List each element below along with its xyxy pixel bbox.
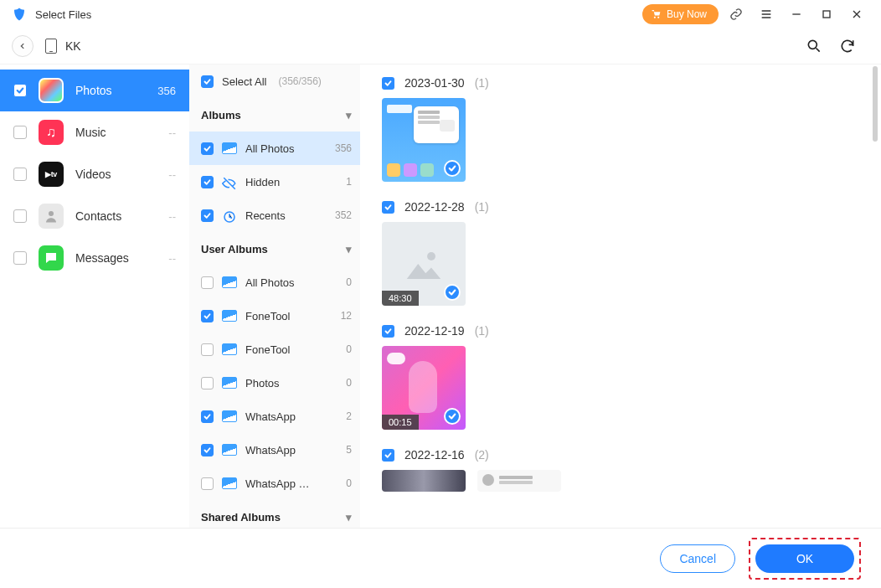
- albums-section-header[interactable]: Albums▾: [189, 98, 360, 132]
- category-contacts[interactable]: Contacts--: [0, 195, 189, 237]
- cancel-button[interactable]: Cancel: [660, 544, 735, 573]
- ok-button[interactable]: OK: [755, 544, 854, 573]
- album-count: 0: [332, 477, 352, 489]
- group-checkbox[interactable]: [382, 201, 394, 214]
- album-checkbox[interactable]: [201, 142, 214, 155]
- album-count: 12: [332, 310, 352, 322]
- album-item[interactable]: All Photos0: [189, 266, 360, 299]
- album-label: WhatsApp: [245, 410, 323, 423]
- app-logo-icon: [12, 7, 27, 22]
- selected-check-icon[interactable]: [444, 160, 461, 177]
- album-label: Photos: [245, 377, 323, 389]
- group-date: 2022-12-28: [404, 200, 465, 214]
- group-count: (1): [475, 76, 489, 90]
- album-checkbox[interactable]: [201, 276, 214, 289]
- content-scrollbar[interactable]: [873, 66, 878, 142]
- album-count: 356: [332, 142, 352, 154]
- album-item[interactable]: WhatsApp …0: [189, 467, 360, 500]
- photo-thumbnail[interactable]: [477, 470, 561, 492]
- category-checkbox[interactable]: [13, 168, 27, 181]
- menu-icon[interactable]: [754, 2, 779, 27]
- maximize-button[interactable]: [814, 2, 839, 27]
- search-icon: [806, 38, 822, 54]
- group-date: 2023-01-30: [404, 76, 465, 90]
- close-button[interactable]: [844, 2, 869, 27]
- svg-point-4: [427, 252, 435, 260]
- album-item[interactable]: Hidden1: [189, 165, 360, 199]
- album-checkbox[interactable]: [201, 310, 214, 322]
- album-item[interactable]: FoneTool12: [189, 299, 360, 333]
- category-checkbox[interactable]: [13, 209, 27, 223]
- album-item[interactable]: WhatsApp5: [189, 433, 360, 467]
- album-checkbox[interactable]: [201, 377, 214, 389]
- category-checkbox[interactable]: [13, 251, 27, 265]
- group-count: (1): [475, 324, 489, 338]
- chevron-down-icon: ▾: [346, 109, 352, 121]
- photo-thumbnail[interactable]: [382, 470, 466, 492]
- refresh-icon: [839, 38, 856, 54]
- category-photos[interactable]: Photos356: [0, 70, 189, 111]
- album-item[interactable]: Recents352: [189, 199, 360, 232]
- buy-now-button[interactable]: Buy Now: [642, 4, 719, 24]
- clock-icon: [222, 209, 237, 221]
- album-label: All Photos: [245, 142, 323, 155]
- shared-albums-section-header[interactable]: Shared Albums▾: [189, 500, 360, 528]
- album-checkbox[interactable]: [201, 176, 214, 188]
- back-button[interactable]: [12, 35, 33, 57]
- album-label: WhatsApp …: [245, 477, 323, 490]
- select-all-count: (356/356): [278, 75, 321, 87]
- link-icon[interactable]: [724, 2, 749, 27]
- photo-icon: [222, 377, 237, 389]
- category-videos[interactable]: ▶tvVideos--: [0, 153, 189, 195]
- group-checkbox[interactable]: [382, 77, 394, 90]
- video-duration: 00:15: [382, 415, 419, 430]
- photo-icon: [222, 276, 237, 288]
- window-title: Select Files: [35, 8, 91, 21]
- album-checkbox[interactable]: [201, 410, 214, 423]
- minimize-button[interactable]: [784, 2, 809, 27]
- album-label: All Photos: [245, 276, 323, 289]
- user-albums-section-header[interactable]: User Albums▾: [189, 232, 360, 266]
- photo-icon: [222, 410, 237, 422]
- album-item[interactable]: WhatsApp2: [189, 400, 360, 433]
- device-icon: [45, 39, 57, 54]
- photo-icon: [222, 343, 237, 355]
- date-group-header[interactable]: 2022-12-28(1): [382, 200, 864, 214]
- album-item[interactable]: FoneTool0: [189, 333, 360, 366]
- photo-thumbnail[interactable]: 48:30: [382, 222, 466, 306]
- album-count: 0: [332, 343, 352, 355]
- select-all-label: Select All: [222, 75, 266, 88]
- selected-check-icon[interactable]: [444, 284, 461, 301]
- album-item[interactable]: Photos0: [189, 366, 360, 400]
- category-music[interactable]: ♫Music--: [0, 111, 189, 153]
- refresh-button[interactable]: [839, 38, 856, 54]
- album-checkbox[interactable]: [201, 209, 214, 222]
- photo-icon: [222, 477, 237, 489]
- date-group-header[interactable]: 2023-01-30(1): [382, 76, 864, 90]
- photo-icon: [222, 444, 237, 456]
- category-checkbox[interactable]: [13, 126, 27, 139]
- date-group-header[interactable]: 2022-12-19(1): [382, 324, 864, 338]
- date-group-header[interactable]: 2022-12-16(2): [382, 448, 864, 462]
- select-all-row[interactable]: Select All(356/356): [189, 64, 360, 98]
- album-checkbox[interactable]: [201, 75, 214, 88]
- device-name: KK: [65, 39, 81, 53]
- album-checkbox[interactable]: [201, 477, 214, 490]
- search-button[interactable]: [806, 38, 822, 54]
- category-label: Music: [75, 126, 157, 139]
- category-messages[interactable]: Messages--: [0, 237, 189, 279]
- group-checkbox[interactable]: [382, 449, 394, 462]
- album-count: 5: [332, 444, 352, 456]
- category-label: Contacts: [75, 209, 157, 223]
- album-item[interactable]: All Photos356: [189, 132, 360, 165]
- album-count: 2: [332, 410, 352, 422]
- album-count: 1: [332, 176, 352, 188]
- group-checkbox[interactable]: [382, 325, 394, 338]
- album-checkbox[interactable]: [201, 444, 214, 456]
- chevron-left-icon: [18, 42, 27, 50]
- category-checkbox[interactable]: [13, 84, 27, 97]
- photo-thumbnail[interactable]: 00:15: [382, 346, 466, 430]
- photo-thumbnail[interactable]: [382, 98, 466, 182]
- selected-check-icon[interactable]: [444, 408, 461, 425]
- album-checkbox[interactable]: [201, 343, 214, 356]
